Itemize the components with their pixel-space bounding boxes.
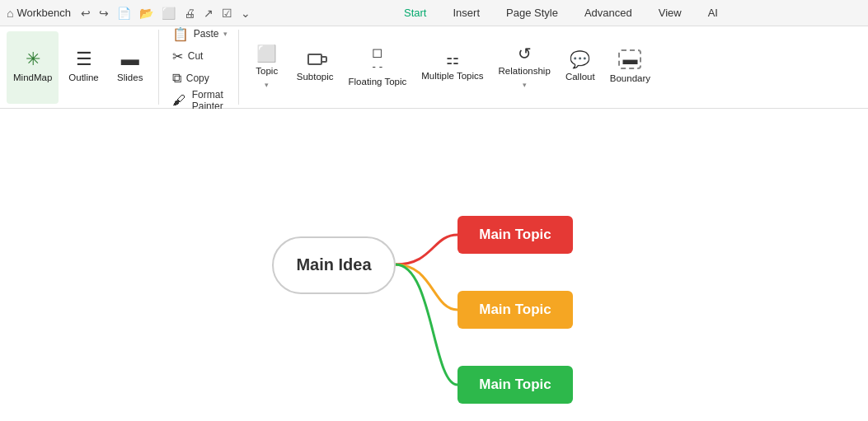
slides-label: Slides (117, 72, 143, 84)
ribbon: ✳ MindMap ☰ Outline ▬ Slides 📋 Paste ▾ ✂… (0, 26, 868, 109)
subtopic-button[interactable]: Subtopic (290, 31, 340, 104)
mindmap-label: MindMap (13, 72, 52, 84)
relationship-button[interactable]: ↺ Relationship ▾ (491, 31, 556, 104)
format-painter-icon: 🖌 (172, 93, 185, 108)
menu-item-view[interactable]: View (645, 0, 695, 26)
export-button[interactable]: ↗ (200, 5, 217, 21)
insert-group: ⬜ Topic ▾ Subtopic ◻- - Floating Topic ⚏… (239, 30, 664, 105)
topic-node-red[interactable]: Main Topic (457, 216, 573, 254)
main-idea-node[interactable]: Main Idea (272, 236, 396, 294)
boundary-button[interactable]: ▬ Boundary (603, 31, 657, 104)
floating-topic-label: Floating Topic (349, 76, 407, 88)
view-group: ✳ MindMap ☰ Outline ▬ Slides (0, 30, 159, 105)
topic-node-green[interactable]: Main Topic (457, 366, 573, 404)
main-idea-label: Main Idea (296, 255, 371, 274)
task-button[interactable]: ☑ (218, 5, 236, 21)
mindmap-button[interactable]: ✳ MindMap (7, 31, 59, 104)
home-icon: ⌂ (7, 7, 13, 20)
floating-topic-icon: ◻- - (372, 46, 382, 73)
mindmap-view-button[interactable]: ⬜ (158, 5, 179, 21)
cut-button[interactable]: ✂ Cut (166, 46, 232, 67)
menu-item-advanced[interactable]: Advanced (571, 0, 645, 26)
mindmap-container: Main Idea Main Topic Main Topic Main Top… (0, 109, 868, 421)
undo-button[interactable]: ↩ (77, 5, 94, 21)
relationship-chevron: ▾ (523, 81, 527, 89)
app-title: ⌂ Workbench (7, 7, 71, 20)
subtopic-icon (307, 51, 322, 68)
new-button[interactable]: 📄 (114, 5, 134, 21)
paste-button[interactable]: 📋 Paste ▾ (166, 24, 232, 44)
copy-label: Copy (186, 73, 209, 84)
menu-item-page-style[interactable]: Page Style (493, 0, 571, 26)
paste-label: Paste (194, 28, 219, 40)
menu-item-start[interactable]: Start (391, 0, 439, 26)
more-button[interactable]: ⌄ (237, 5, 254, 21)
topic-chevron: ▾ (265, 81, 269, 89)
multiple-topics-label: Multiple Topics (421, 70, 483, 82)
outline-label: Outline (68, 72, 98, 84)
subtopic-label: Subtopic (297, 71, 334, 83)
toolbar-actions: ↩ ↪ 📄 📂 ⬜ 🖨 ↗ ☑ ⌄ (77, 5, 254, 21)
cut-label: Cut (188, 50, 204, 62)
floating-topic-button[interactable]: ◻- - Floating Topic (342, 31, 414, 104)
redo-button[interactable]: ↪ (96, 5, 112, 21)
copy-button[interactable]: ⧉ Copy (166, 68, 232, 88)
paste-icon: 📋 (172, 26, 189, 42)
outline-icon: ☰ (76, 50, 92, 68)
topic-button[interactable]: ⬜ Topic ▾ (246, 31, 289, 104)
mindmap-icon: ✳ (26, 50, 40, 68)
format-painter-button[interactable]: 🖌 Format Painter (166, 90, 232, 111)
menu-item-insert[interactable]: Insert (439, 0, 493, 26)
multiple-topics-button[interactable]: ⚏ Multiple Topics (415, 31, 490, 104)
relationship-icon: ↺ (518, 45, 532, 62)
clipboard-group: 📋 Paste ▾ ✂ Cut ⧉ Copy 🖌 Format Painter (159, 30, 239, 105)
canvas[interactable]: Main Idea Main Topic Main Topic Main Top… (0, 109, 868, 421)
app-title-text: Workbench (16, 7, 71, 19)
topic-label: Topic (256, 65, 278, 77)
multiple-topics-icon: ⚏ (446, 52, 459, 67)
topic-green-label: Main Topic (479, 377, 551, 393)
topic-red-label: Main Topic (479, 227, 551, 243)
topic-icon: ⬜ (256, 45, 277, 62)
callout-button[interactable]: 💬 Callout (559, 31, 602, 104)
slides-button[interactable]: ▬ Slides (109, 31, 152, 104)
clipboard-small-group: 📋 Paste ▾ ✂ Cut ⧉ Copy 🖌 Format Painter (166, 31, 232, 104)
callout-icon: 💬 (570, 51, 590, 68)
open-button[interactable]: 📂 (136, 5, 157, 21)
cut-icon: ✂ (172, 49, 183, 64)
topic-orange-label: Main Topic (479, 302, 551, 318)
relationship-label: Relationship (498, 65, 550, 77)
slides-icon: ▬ (121, 50, 139, 68)
print-button[interactable]: 🖨 (181, 5, 199, 21)
menu-items: Start Insert Page Style Advanced View AI (260, 0, 861, 26)
outline-button[interactable]: ☰ Outline (62, 31, 105, 104)
connections-svg (0, 109, 868, 421)
callout-label: Callout (565, 71, 595, 83)
paste-chevron: ▾ (223, 30, 228, 38)
boundary-icon: ▬ (618, 49, 641, 69)
menu-bar: ⌂ Workbench ↩ ↪ 📄 📂 ⬜ 🖨 ↗ ☑ ⌄ Start Inse… (0, 0, 868, 26)
menu-item-ai[interactable]: AI (695, 0, 731, 26)
topic-node-orange[interactable]: Main Topic (457, 291, 573, 329)
boundary-label: Boundary (610, 73, 650, 85)
copy-icon: ⧉ (172, 71, 181, 86)
